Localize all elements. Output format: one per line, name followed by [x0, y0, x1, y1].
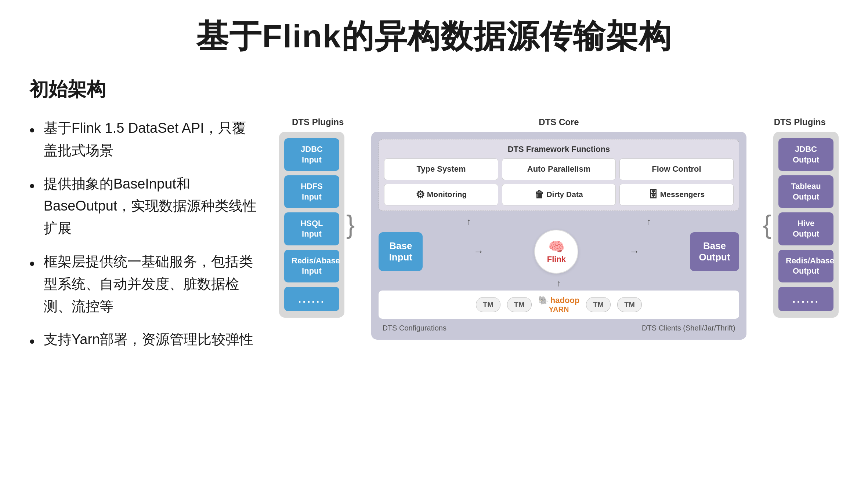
left-plugins-wrapper: JDBCInput HDFSInput HSQLInput Redis/Abas…: [279, 132, 357, 318]
left-plugin-hsql: HSQLInput: [284, 212, 339, 245]
left-plugin-dots: ......: [284, 287, 339, 311]
left-plugins-outer: JDBCInput HDFSInput HSQLInput Redis/Abas…: [279, 132, 344, 318]
hadoop-yarn-wrapper: 🐘 hadoop YARN: [538, 296, 580, 314]
left-bracket: }: [344, 210, 357, 239]
left-plugin-jdbc: JDBCInput: [284, 138, 339, 171]
hadoop-icon: 🐘 hadoop: [538, 296, 580, 305]
core-box: DTS Framework Functions Type System Auto…: [371, 132, 746, 340]
right-plugins-section: DTS Plugins { JDBCOutput TableauOutput H…: [761, 117, 839, 340]
monitoring-btn: ⚙ Monitoring: [384, 184, 498, 205]
left-plugins-section: DTS Plugins JDBCInput HDFSInput HSQLInpu…: [279, 117, 357, 340]
right-plugins-outer: JDBCOutput TableauOutput HiveOutput Redi…: [773, 132, 839, 318]
left-plugins-label: DTS Plugins: [292, 117, 344, 127]
monitoring-icon: ⚙: [416, 189, 425, 201]
flink-label: Flink: [547, 255, 566, 264]
dirty-data-icon: 🗑: [535, 189, 544, 200]
right-plugins-wrapper: { JDBCOutput TableauOutput HiveOutput Re…: [761, 132, 839, 318]
config-row: DTS Configurations DTS Clients (Shell/Ja…: [379, 324, 739, 332]
yarn-row: TM TM 🐘 hadoop YARN TM TM: [379, 291, 739, 319]
func-grid-row1: Type System Auto Parallelism Flow Contro…: [384, 158, 733, 180]
arrow-from-flink: →: [629, 246, 639, 258]
arrow-to-flink: →: [473, 246, 484, 258]
base-output-btn: BaseOutput: [690, 232, 739, 271]
framework-inner: DTS Framework Functions Type System Auto…: [379, 139, 739, 211]
section-title: 初始架构: [29, 77, 839, 102]
dirty-data-btn: 🗑 Dirty Data: [502, 184, 616, 205]
framework-functions-label: DTS Framework Functions: [384, 145, 733, 154]
right-plugin-hive: HiveOutput: [778, 212, 833, 245]
arrow-down-right: ↑: [647, 216, 651, 227]
bullet-list: 基于Flink 1.5 DataSet API，只覆盖批式场景 提供抽象的Bas…: [29, 117, 257, 365]
tm-badge-3: TM: [586, 297, 611, 312]
flink-brain-icon: 🧠: [548, 239, 565, 255]
right-plugin-tableau: TableauOutput: [778, 175, 833, 208]
tm-badge-4: TM: [617, 297, 642, 312]
main-title: 基于Flink的异构数据源传输架构: [29, 15, 839, 58]
right-bracket: {: [761, 210, 773, 239]
right-plugins-label: DTS Plugins: [774, 117, 826, 127]
type-system-btn: Type System: [384, 158, 498, 180]
tm-badge-2: TM: [507, 297, 532, 312]
bullet-item-2: 提供抽象的BaseInput和BaseOutput，实现数据源种类线性扩展: [29, 173, 257, 240]
base-input-btn: BaseInput: [379, 232, 423, 271]
yarn-label: YARN: [549, 305, 569, 314]
bullet-item-3: 框架层提供统一基础服务，包括类型系统、自动并发度、脏数据检测、流控等: [29, 251, 257, 317]
arrow-down-left: ↑: [466, 216, 471, 227]
right-plugin-dots: ......: [778, 287, 833, 311]
dts-core: DTS Core DTS Framework Functions Type Sy…: [371, 117, 746, 340]
right-plugin-jdbc: JDBCOutput: [778, 138, 833, 171]
dts-configurations-label: DTS Configurations: [382, 324, 446, 332]
right-plugin-redis: Redis/AbaseOutput: [778, 250, 833, 282]
messengers-icon: 🗄: [648, 189, 658, 200]
bullet-item-4: 支持Yarn部署，资源管理比较弹性: [29, 328, 257, 354]
auto-parallelism-btn: Auto Parallelism: [502, 158, 616, 180]
arrow-down-center: ↑: [379, 278, 739, 288]
tm-badge-1: TM: [476, 297, 500, 312]
messengers-btn: 🗄 Messengers: [619, 184, 733, 205]
processing-row: BaseInput → 🧠 Flink → BaseOutput: [379, 230, 739, 274]
diagram-wrapper: DTS Plugins JDBCInput HDFSInput HSQLInpu…: [279, 117, 839, 340]
core-label: DTS Core: [539, 117, 579, 127]
bullet-item-1: 基于Flink 1.5 DataSet API，只覆盖批式场景: [29, 117, 257, 162]
flow-control-btn: Flow Control: [619, 158, 733, 180]
content-area: 基于Flink 1.5 DataSet API，只覆盖批式场景 提供抽象的Bas…: [29, 117, 839, 365]
func-grid-row2: ⚙ Monitoring 🗑 Dirty Data 🗄 Messengers: [384, 184, 733, 205]
arrows-down: ↑ ↑: [379, 216, 739, 227]
diagram-area: DTS Plugins JDBCInput HDFSInput HSQLInpu…: [279, 117, 839, 340]
dts-clients-label: DTS Clients (Shell/Jar/Thrift): [642, 324, 735, 332]
left-plugin-hdfs: HDFSInput: [284, 175, 339, 208]
flink-circle: 🧠 Flink: [534, 230, 578, 274]
left-plugin-redis: Redis/AbaseInput: [284, 250, 339, 282]
arrow-center-icon: ↑: [557, 278, 561, 288]
